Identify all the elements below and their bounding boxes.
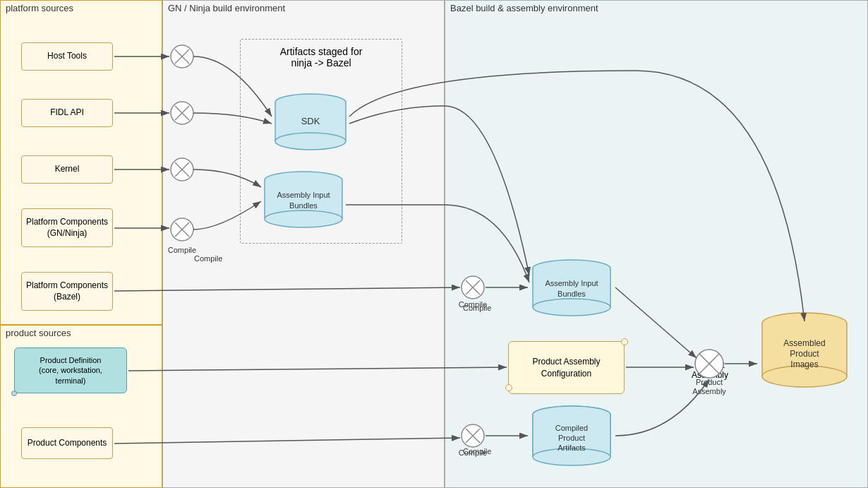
svg-text:Assembly Input: Assembly Input xyxy=(545,279,598,287)
svg-point-10 xyxy=(265,210,342,227)
assembly-input-bundles-gn-cylinder: Assembly Input Bundles xyxy=(261,169,346,233)
compile-label-bazel-bottom: Compile xyxy=(463,447,491,456)
product-definition-box: Product Definition (core, workstation, t… xyxy=(14,347,127,393)
assembled-product-images-cylinder: Assembled Product Images xyxy=(759,311,850,395)
product-sources-label: product sources xyxy=(6,328,71,338)
svg-text:SDK: SDK xyxy=(301,116,320,126)
host-tools-box: Host Tools xyxy=(21,42,113,71)
product-assembly-config-box: Product Assembly Configuration xyxy=(508,341,625,394)
svg-text:Product: Product xyxy=(558,434,585,442)
doc-curl-top-right xyxy=(621,338,628,345)
sdk-cylinder: SDK xyxy=(272,92,349,155)
product-assembly-label: Product Assembly xyxy=(692,360,728,380)
artifacts-staged-label: Artifacts staged for ninja -> Bazel xyxy=(247,46,395,69)
svg-point-17 xyxy=(533,299,610,316)
platform-sources-label: platform sources xyxy=(6,3,73,13)
doc-scroll-decoration xyxy=(11,391,17,396)
doc-curl-bottom-left xyxy=(505,384,512,391)
svg-text:Product: Product xyxy=(790,349,819,359)
gn-ninja-label: GN / Ninja build environment xyxy=(168,3,285,13)
region-bazel xyxy=(445,0,868,488)
svg-text:Images: Images xyxy=(790,359,818,369)
platform-components-bazel-box: Platform Components (Bazel) xyxy=(21,272,113,311)
compiled-product-artifacts-cylinder-fix: Compiled Product Artifacts xyxy=(529,404,614,475)
fidl-api-box: FIDL API xyxy=(21,99,113,127)
bazel-label: Bazel build & assembly environment xyxy=(450,3,598,13)
assembly-input-bundles-bazel-cylinder: Assembly Input Bundles xyxy=(529,258,614,321)
product-components-box: Product Components xyxy=(21,427,113,459)
svg-point-4 xyxy=(275,133,346,150)
svg-text:Assembly Input: Assembly Input xyxy=(277,191,330,199)
svg-text:Compiled: Compiled xyxy=(555,424,588,432)
svg-text:Bundles: Bundles xyxy=(557,290,586,298)
svg-text:Assembled: Assembled xyxy=(783,338,825,348)
compile-label-gn: Compile xyxy=(194,254,222,263)
diagram-container: platform sources product sources GN / Ni… xyxy=(0,0,868,488)
svg-text:Artifacts: Artifacts xyxy=(557,444,586,452)
svg-text:Bundles: Bundles xyxy=(289,201,318,210)
compile-label-bazel-mid: Compile xyxy=(463,304,491,312)
kernel-box: Kernel xyxy=(21,155,113,184)
platform-components-gn-box: Platform Components (GN/Ninja) xyxy=(21,208,113,247)
